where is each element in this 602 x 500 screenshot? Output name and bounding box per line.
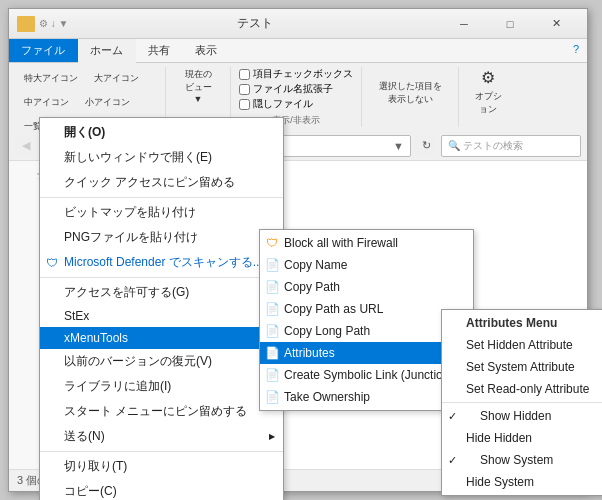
ctx-pin-quick-access[interactable]: クイック アクセスにピン留める bbox=[40, 170, 283, 195]
check-show-hidden: ✓ bbox=[448, 410, 457, 423]
refresh-button[interactable]: ↻ bbox=[415, 135, 437, 157]
check-file-ext[interactable]: ファイル名拡張子 bbox=[239, 82, 353, 96]
ownership-icon: 📄 bbox=[264, 389, 280, 405]
attr-hide-hidden[interactable]: Hide Hidden bbox=[442, 427, 602, 449]
sep2 bbox=[40, 277, 283, 278]
ctx-paste-png[interactable]: PNGファイルを貼り付け bbox=[40, 225, 283, 250]
title-icons: ⚙ ↓ ▼ bbox=[17, 16, 68, 32]
ctx-send-to[interactable]: 送る(N) bbox=[40, 424, 283, 449]
copy-path-icon: 📄 bbox=[264, 279, 280, 295]
close-button[interactable]: ✕ bbox=[533, 9, 579, 39]
xmenu-copy-name[interactable]: 📄 Copy Name bbox=[260, 254, 473, 276]
copy-name-icon: 📄 bbox=[264, 257, 280, 273]
ctx-grant-access[interactable]: アクセスを許可する(G) bbox=[40, 280, 283, 305]
btn-medium-icon[interactable]: 中アイコン bbox=[17, 91, 76, 113]
window-title: テスト bbox=[68, 15, 441, 32]
quick-access-icons: ⚙ ↓ ▼ bbox=[39, 18, 68, 29]
sep3 bbox=[40, 451, 283, 452]
checkbox-file-ext[interactable] bbox=[239, 84, 250, 95]
attr-sep bbox=[442, 402, 602, 403]
ctx-copy[interactable]: コピー(C) bbox=[40, 479, 283, 500]
ctx-open[interactable]: 開く(O) bbox=[40, 120, 283, 145]
checkbox-item-checkbox[interactable] bbox=[239, 69, 250, 80]
attr-menu-header: Attributes Menu bbox=[442, 312, 602, 334]
ctx-pin-start[interactable]: スタート メニューにピン留めする bbox=[40, 399, 283, 424]
context-menu-attributes: Attributes Menu Set Hidden Attribute Set… bbox=[441, 309, 602, 496]
check-hidden-files[interactable]: 隠しファイル bbox=[239, 97, 353, 111]
ctx-scan-defender[interactable]: 🛡 Microsoft Defender でスキャンする... bbox=[40, 250, 283, 275]
search-placeholder: テストの検索 bbox=[463, 139, 523, 153]
attributes-icon: 📄 bbox=[264, 345, 280, 361]
title-controls: ─ □ ✕ bbox=[441, 9, 579, 39]
tab-view[interactable]: 表示 bbox=[183, 39, 230, 62]
attr-show-hidden[interactable]: ✓ Show Hidden bbox=[442, 405, 602, 427]
attr-set-system[interactable]: Set System Attribute bbox=[442, 356, 602, 378]
check-item-checkbox[interactable]: 項目チェックボックス bbox=[239, 67, 353, 81]
tab-spacer bbox=[230, 39, 565, 62]
attr-show-system[interactable]: ✓ Show System bbox=[442, 449, 602, 471]
tab-share[interactable]: 共有 bbox=[136, 39, 183, 62]
checkbox-hidden-files[interactable] bbox=[239, 99, 250, 110]
tab-file[interactable]: ファイル bbox=[9, 39, 78, 62]
firewall-icon: 🛡 bbox=[264, 235, 280, 251]
btn-options[interactable]: ⚙ オプション bbox=[467, 67, 509, 119]
ctx-add-library[interactable]: ライブラリに追加(I) bbox=[40, 374, 283, 399]
ctx-stex[interactable]: StEx bbox=[40, 305, 283, 327]
ctx-open-new-window[interactable]: 新しいウィンドウで開く(E) bbox=[40, 145, 283, 170]
copy-long-path-icon: 📄 bbox=[264, 323, 280, 339]
tab-home[interactable]: ホーム bbox=[78, 39, 136, 63]
ctx-paste-bitmap[interactable]: ビットマップを貼り付け bbox=[40, 200, 283, 225]
context-menu-main: 開く(O) 新しいウィンドウで開く(E) クイック アクセスにピン留める ビット… bbox=[39, 117, 284, 500]
ribbon-group-selected: 選択した項目を表示しない bbox=[370, 67, 459, 127]
symlink-icon: 📄 bbox=[264, 367, 280, 383]
ctx-restore-previous[interactable]: 以前のバージョンの復元(V) bbox=[40, 349, 283, 374]
btn-hide-selected[interactable]: 選択した項目を表示しない bbox=[370, 67, 450, 119]
window-icon bbox=[17, 16, 35, 32]
show-hide-checkboxes: 項目チェックボックス ファイル名拡張子 隠しファイル bbox=[239, 67, 353, 111]
btn-large-icon[interactable]: 大アイコン bbox=[87, 67, 146, 89]
search-bar[interactable]: 🔍 テストの検索 bbox=[441, 135, 581, 157]
btn-current-view[interactable]: 現在の ビュー▼ bbox=[174, 67, 222, 119]
check-show-system: ✓ bbox=[448, 454, 457, 467]
btn-small-icon[interactable]: 小アイコン bbox=[78, 91, 137, 113]
open-icon bbox=[44, 125, 60, 141]
ribbon-tabs: ファイル ホーム 共有 表示 ? bbox=[9, 39, 587, 63]
xmenu-firewall[interactable]: 🛡 Block all with Firewall bbox=[260, 232, 473, 254]
ribbon-group-options: ⚙ オプション bbox=[467, 67, 517, 127]
btn-extra-large-icon[interactable]: 特大アイコン bbox=[17, 67, 85, 89]
search-icon: 🔍 bbox=[448, 140, 460, 151]
back-button[interactable]: ◀ bbox=[15, 135, 37, 157]
options-icon: ⚙ bbox=[481, 68, 495, 87]
minimize-button[interactable]: ─ bbox=[441, 9, 487, 39]
defender-icon: 🛡 bbox=[44, 255, 60, 271]
explorer-window: ⚙ ↓ ▼ テスト ─ □ ✕ ファイル ホーム 共有 表示 ? 特大アイコン bbox=[8, 8, 588, 492]
ctx-cut[interactable]: 切り取り(T) bbox=[40, 454, 283, 479]
attr-set-hidden[interactable]: Set Hidden Attribute bbox=[442, 334, 602, 356]
ctx-xmenutools[interactable]: xMenuTools ▶ bbox=[40, 327, 283, 349]
help-button[interactable]: ? bbox=[565, 39, 587, 62]
copy-path-url-icon: 📄 bbox=[264, 301, 280, 317]
sep1 bbox=[40, 197, 283, 198]
attr-set-readonly[interactable]: Set Read-only Attribute bbox=[442, 378, 602, 400]
maximize-button[interactable]: □ bbox=[487, 9, 533, 39]
attr-hide-system[interactable]: Hide System bbox=[442, 471, 602, 493]
address-dropdown[interactable]: ▼ bbox=[393, 140, 404, 152]
xmenu-copy-path[interactable]: 📄 Copy Path bbox=[260, 276, 473, 298]
title-bar: ⚙ ↓ ▼ テスト ─ □ ✕ bbox=[9, 9, 587, 39]
